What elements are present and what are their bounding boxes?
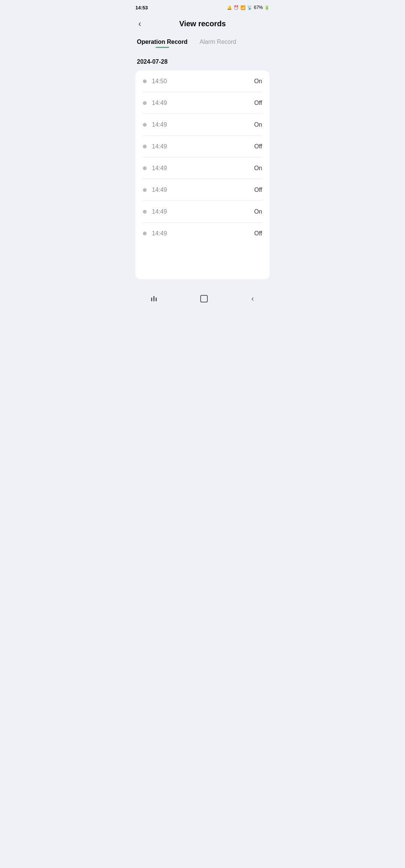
record-item: 14:50On xyxy=(135,70,270,92)
back-nav-button[interactable]: ‹ xyxy=(248,291,257,306)
record-time: 14:49 xyxy=(152,187,254,193)
record-dot xyxy=(143,166,147,170)
record-status: Off xyxy=(254,143,262,150)
record-dot xyxy=(143,123,147,127)
record-status: On xyxy=(254,208,262,215)
record-dot xyxy=(143,145,147,148)
record-time: 14:49 xyxy=(152,100,254,106)
record-time: 14:49 xyxy=(152,208,254,215)
alarm-icon: ⏰ xyxy=(234,5,239,10)
status-bar: 14:53 🔔 ⏰ 📶 📡 67% 🔋 xyxy=(129,0,276,13)
back-nav-icon: ‹ xyxy=(251,294,254,303)
record-dot xyxy=(143,101,147,105)
record-item: 14:49Off xyxy=(135,136,270,157)
record-status: On xyxy=(254,121,262,128)
bottom-nav: ‹ xyxy=(129,285,276,313)
notification-icon: 🔔 xyxy=(227,5,232,10)
record-status: On xyxy=(254,165,262,172)
tab-operation-indicator xyxy=(156,47,169,48)
record-status: Off xyxy=(254,230,262,237)
recent-apps-button[interactable] xyxy=(148,293,160,304)
record-time: 14:50 xyxy=(152,78,254,85)
home-icon xyxy=(200,295,208,302)
tab-bar: Operation Record Alarm Record xyxy=(129,34,276,51)
date-label: 2024-07-28 xyxy=(129,51,276,69)
record-item: 14:49On xyxy=(135,201,270,223)
record-time: 14:49 xyxy=(152,230,254,237)
wifi-icon: 📶 xyxy=(240,5,246,10)
record-item: 14:49On xyxy=(135,157,270,179)
back-button[interactable]: ‹ xyxy=(137,18,142,30)
record-status: Off xyxy=(254,187,262,193)
record-time: 14:49 xyxy=(152,143,254,150)
record-item: 14:49Off xyxy=(135,179,270,201)
record-item: 14:49Off xyxy=(135,92,270,114)
record-time: 14:49 xyxy=(152,165,254,172)
record-status: Off xyxy=(254,100,262,106)
record-item: 14:49On xyxy=(135,114,270,136)
home-button[interactable] xyxy=(197,292,211,305)
record-dot xyxy=(143,232,147,235)
header: ‹ View records xyxy=(129,13,276,34)
record-item: 14:49Off xyxy=(135,223,270,244)
tab-operation-label: Operation Record xyxy=(137,39,188,45)
record-dot xyxy=(143,188,147,192)
record-dot xyxy=(143,210,147,214)
signal-icon: 📡 xyxy=(247,5,252,10)
tab-alarm-indicator xyxy=(211,47,225,48)
status-icons: 🔔 ⏰ 📶 📡 67% 🔋 xyxy=(227,5,270,10)
tab-alarm-label: Alarm Record xyxy=(200,39,236,45)
tab-alarm-record[interactable]: Alarm Record xyxy=(200,39,236,51)
status-time: 14:53 xyxy=(135,5,148,10)
record-status: On xyxy=(254,78,262,85)
record-time: 14:49 xyxy=(152,121,254,128)
tab-operation-record[interactable]: Operation Record xyxy=(137,39,188,51)
records-card: 14:50On14:49Off14:49On14:49Off14:49On14:… xyxy=(135,70,270,279)
battery-level: 67% xyxy=(254,5,263,10)
page-title: View records xyxy=(179,19,226,28)
record-dot xyxy=(143,79,147,83)
battery-icon: 🔋 xyxy=(264,5,270,10)
recent-apps-icon xyxy=(151,296,157,301)
